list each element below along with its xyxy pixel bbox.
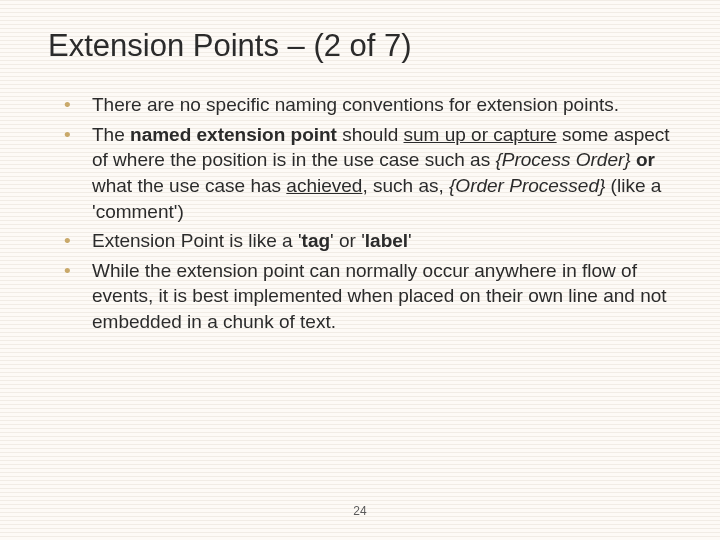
bullet-item: There are no specific naming conventions… xyxy=(64,92,672,118)
bullet-text: ' or ' xyxy=(330,230,365,251)
bullet-text: should xyxy=(337,124,404,145)
bullet-text: The xyxy=(92,124,130,145)
underline-text: sum up or capture xyxy=(404,124,557,145)
slide-title: Extension Points – (2 of 7) xyxy=(48,28,672,64)
bold-text: label xyxy=(365,230,408,251)
bullet-item: The named extension point should sum up … xyxy=(64,122,672,225)
bullet-text: what the use case has xyxy=(92,175,286,196)
bullet-text: ' xyxy=(408,230,412,251)
bullet-text: There are no specific naming conventions… xyxy=(92,94,619,115)
bullet-text: , such as, xyxy=(362,175,449,196)
bullet-list: There are no specific naming conventions… xyxy=(48,92,672,335)
bullet-item: While the extension point can normally o… xyxy=(64,258,672,335)
bold-text: or xyxy=(636,149,655,170)
bullet-text: Extension Point is like a ' xyxy=(92,230,302,251)
bullet-item: Extension Point is like a 'tag' or 'labe… xyxy=(64,228,672,254)
italic-text: {Process Order} xyxy=(495,149,630,170)
bold-text: named extension point xyxy=(130,124,337,145)
bullet-text: While the extension point can normally o… xyxy=(92,260,667,332)
italic-text: {Order Processed} xyxy=(449,175,605,196)
slide-content: Extension Points – (2 of 7) There are no… xyxy=(0,0,720,540)
page-number: 24 xyxy=(0,504,720,518)
underline-text: achieved xyxy=(286,175,362,196)
bold-text: tag xyxy=(302,230,331,251)
